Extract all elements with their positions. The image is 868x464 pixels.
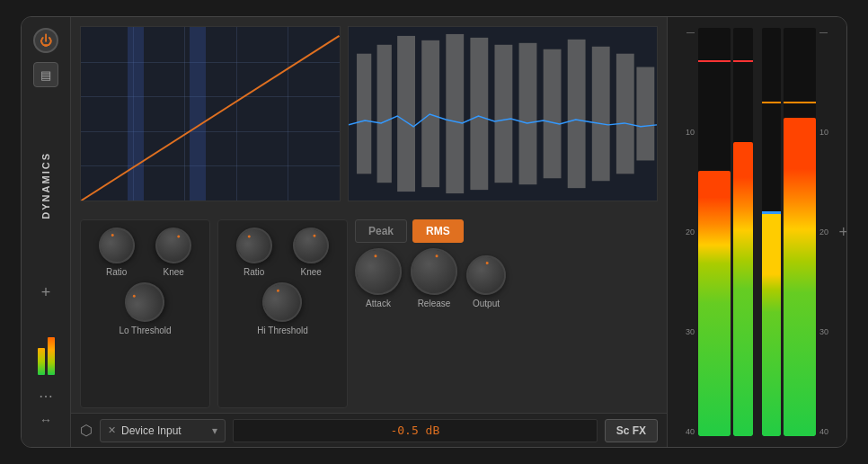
lo-ratio-indicator bbox=[111, 233, 114, 236]
scale-r-30: 30 bbox=[819, 327, 841, 336]
svg-rect-7 bbox=[494, 45, 512, 183]
meter-bar-4 bbox=[784, 28, 816, 436]
meter-fill-4 bbox=[784, 118, 816, 436]
peak-button[interactable]: Peak bbox=[355, 219, 407, 243]
hi-ratio-label: Ratio bbox=[244, 267, 264, 277]
add-right-button[interactable]: + bbox=[838, 223, 847, 242]
peak-rms-row: Peak RMS bbox=[355, 219, 658, 243]
lo-ratio-label: Ratio bbox=[106, 267, 127, 277]
right-controls: Peak RMS Attack Release bbox=[355, 219, 658, 408]
device-dropdown-icon[interactable]: ▾ bbox=[212, 424, 217, 437]
hi-knob-pair: Ratio Knee bbox=[226, 228, 340, 277]
svg-rect-11 bbox=[592, 47, 610, 181]
transfer-curve-svg bbox=[81, 27, 340, 201]
sidebar-left: ⏻ ▤ DYNAMICS + ⋯ ↔ bbox=[22, 17, 71, 447]
aro-row: Attack Release Output bbox=[355, 248, 658, 308]
folder-icon: ▤ bbox=[40, 68, 51, 82]
top-row bbox=[71, 17, 667, 215]
device-select[interactable]: ✕ Device Input ▾ bbox=[100, 419, 226, 442]
svg-rect-2 bbox=[377, 45, 392, 183]
power-button[interactable]: ⏻ bbox=[33, 28, 58, 53]
arrow-icon: ↔ bbox=[40, 413, 52, 427]
transfer-curve-graph bbox=[80, 26, 341, 201]
release-knob[interactable] bbox=[407, 245, 461, 299]
hi-knee-knob[interactable] bbox=[288, 222, 334, 268]
lo-knob-pair: Ratio Knee bbox=[88, 228, 202, 277]
hi-knee-indicator bbox=[313, 234, 316, 237]
svg-rect-12 bbox=[616, 54, 634, 174]
scale-20: 20 bbox=[673, 228, 695, 236]
svg-rect-13 bbox=[636, 67, 654, 161]
svg-rect-5 bbox=[446, 34, 464, 193]
meter-bar-2 bbox=[733, 28, 753, 436]
attack-indicator bbox=[374, 254, 376, 257]
scale-40: 40 bbox=[673, 427, 695, 436]
hi-threshold-knob[interactable] bbox=[257, 277, 307, 327]
meter-peak-3 bbox=[762, 102, 782, 103]
bottom-controls: Ratio Knee Lo Threshold bbox=[71, 215, 667, 413]
hi-ratio-knob[interactable] bbox=[229, 221, 279, 271]
meter-bar-3 bbox=[762, 28, 782, 436]
hi-threshold-section: Ratio Knee Hi Threshold bbox=[217, 219, 348, 408]
lo-knee-label: Knee bbox=[164, 267, 184, 277]
svg-rect-8 bbox=[519, 43, 537, 184]
output-knob-item: Output bbox=[466, 255, 506, 308]
meter-fill-2 bbox=[733, 142, 753, 436]
meter-scale-right: — 10 20 30 40 bbox=[816, 24, 841, 440]
hi-threshold-row: Hi Threshold bbox=[226, 282, 340, 335]
input-routing-icon: ⬡ bbox=[80, 422, 93, 439]
hi-threshold-item: Hi Threshold bbox=[257, 282, 308, 335]
main-content: Ratio Knee Lo Threshold bbox=[71, 17, 667, 447]
scale-r-10: 10 bbox=[819, 128, 841, 137]
svg-rect-1 bbox=[357, 54, 371, 174]
lo-knee-knob-item: Knee bbox=[155, 228, 191, 277]
hi-threshold-label: Hi Threshold bbox=[257, 326, 308, 335]
hi-threshold-indicator bbox=[277, 289, 280, 292]
lo-threshold-label: Lo Threshold bbox=[119, 326, 171, 335]
output-indicator bbox=[486, 262, 489, 264]
hi-ratio-knob-item: Ratio bbox=[236, 228, 272, 277]
attack-label: Attack bbox=[366, 299, 391, 308]
dots-icon: ⋯ bbox=[39, 388, 53, 405]
waveform-display bbox=[348, 26, 658, 201]
plugin-container: ⏻ ▤ DYNAMICS + ⋯ ↔ bbox=[21, 16, 847, 448]
lo-ratio-knob-item: Ratio bbox=[99, 228, 135, 277]
lo-knee-knob[interactable] bbox=[149, 221, 199, 271]
db-display: -0.5 dB bbox=[233, 419, 598, 442]
meter-peak-2 bbox=[733, 60, 753, 62]
meter-peak-4 bbox=[784, 102, 816, 103]
meter-scale-left: — 10 20 30 40 bbox=[673, 24, 698, 440]
meter-blue-marker bbox=[762, 211, 782, 214]
output-knob[interactable] bbox=[465, 254, 508, 297]
add-left-icon: + bbox=[41, 283, 51, 302]
bottom-bar: ⬡ ✕ Device Input ▾ -0.5 dB Sc FX bbox=[71, 413, 667, 447]
lo-ratio-knob[interactable] bbox=[93, 222, 139, 268]
device-clear-icon[interactable]: ✕ bbox=[108, 424, 116, 436]
folder-button[interactable]: ▤ bbox=[33, 62, 58, 87]
device-name-label: Device Input bbox=[121, 424, 182, 437]
scale-10: 10 bbox=[673, 128, 695, 137]
scale-r-20: 20 bbox=[819, 228, 841, 236]
hi-knee-label: Knee bbox=[301, 267, 322, 277]
sc-fx-button[interactable]: Sc FX bbox=[605, 419, 658, 442]
meter-panel: — 10 20 30 40 bbox=[667, 17, 846, 447]
scale-30: 30 bbox=[673, 327, 695, 336]
db-value-label: -0.5 dB bbox=[390, 424, 439, 437]
meter-bar-1 bbox=[698, 28, 731, 436]
mini-bar-2 bbox=[48, 337, 55, 375]
attack-knob[interactable] bbox=[351, 245, 405, 299]
lo-threshold-section: Ratio Knee Lo Threshold bbox=[80, 219, 210, 408]
svg-line-0 bbox=[81, 36, 339, 201]
rms-button[interactable]: RMS bbox=[412, 219, 464, 243]
svg-rect-6 bbox=[470, 38, 488, 190]
release-label: Release bbox=[418, 299, 451, 308]
waveform-svg bbox=[349, 27, 657, 201]
meter-peak-1 bbox=[698, 60, 731, 62]
arrow-button[interactable]: ↔ bbox=[33, 411, 58, 429]
mini-bar-1 bbox=[38, 348, 45, 375]
svg-rect-9 bbox=[544, 49, 562, 179]
dots-button[interactable]: ⋯ bbox=[33, 388, 58, 406]
lo-threshold-knob[interactable] bbox=[118, 275, 172, 329]
add-left-button[interactable]: + bbox=[36, 283, 56, 303]
hi-knee-knob-item: Knee bbox=[293, 228, 329, 277]
